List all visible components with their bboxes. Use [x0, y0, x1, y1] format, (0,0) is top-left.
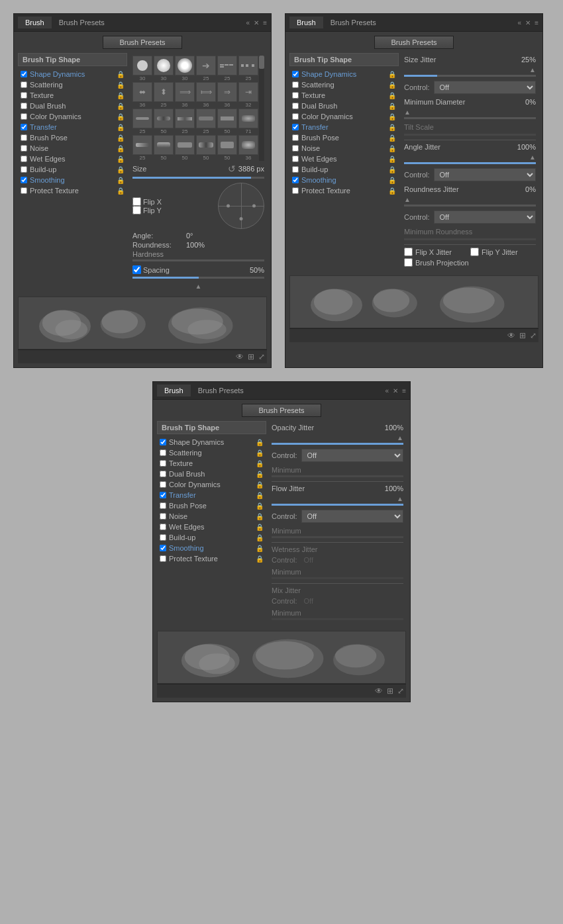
- flow-jitter-control-dropdown[interactable]: Off Fade Pen Pressure: [301, 510, 403, 523]
- cb-smoothing[interactable]: [21, 177, 27, 183]
- brush-tip-22[interactable]: [196, 135, 216, 155]
- cb-noise[interactable]: [21, 145, 27, 152]
- brush-tip-2[interactable]: [154, 56, 174, 75]
- p2-sidebar-brush-pose[interactable]: Brush Pose 🔒: [289, 132, 399, 143]
- angle-jitter-slider[interactable]: [404, 162, 536, 164]
- panel2-close-icon[interactable]: ✕: [525, 19, 531, 26]
- p3-cb-texture[interactable]: [160, 460, 166, 467]
- p2-sidebar-dual-brush[interactable]: Dual Brush 🔒: [289, 101, 399, 111]
- sidebar-item-noise[interactable]: Noise 🔒: [18, 143, 127, 154]
- panel3-collapse-icon[interactable]: «: [385, 387, 389, 394]
- panel1-menu-icon[interactable]: ≡: [263, 19, 267, 26]
- brush-tip-15[interactable]: [175, 109, 195, 128]
- panel1-close-icon[interactable]: ✕: [254, 19, 259, 26]
- cb-buildup[interactable]: [21, 166, 27, 173]
- hardness-slider[interactable]: [132, 259, 264, 261]
- brush-tip-10[interactable]: ⟾: [196, 82, 216, 102]
- brush-tip-1[interactable]: [132, 56, 152, 75]
- brush-tip-18[interactable]: [238, 109, 258, 128]
- p2-sidebar-noise[interactable]: Noise 🔒: [289, 143, 399, 154]
- flip-y-check[interactable]: Flip Y: [132, 206, 211, 214]
- tab-brush-presets-3[interactable]: Brush Presets: [191, 385, 251, 396]
- p3-preview-grid-icon[interactable]: ⊞: [387, 686, 393, 696]
- panel3-menu-icon[interactable]: ≡: [402, 387, 406, 394]
- p3-sidebar-color-dynamics[interactable]: Color Dynamics 🔒: [157, 479, 266, 490]
- brush-tip-12[interactable]: ⇥: [238, 82, 258, 102]
- p3-sidebar-shape-dynamics[interactable]: Shape Dynamics 🔒: [157, 437, 266, 447]
- angle-jitter-control-dropdown[interactable]: Off Fade Pen Pressure: [434, 168, 536, 181]
- sidebar-item-wet-edges[interactable]: Wet Edges 🔒: [18, 154, 127, 164]
- p3-cb-transfer[interactable]: [160, 492, 166, 498]
- brush-tip-6[interactable]: [238, 56, 258, 75]
- cb-flip-x-jitter[interactable]: [404, 248, 413, 256]
- brush-presets-btn-3[interactable]: Brush Presets: [242, 404, 321, 417]
- p3-sidebar-brush-pose[interactable]: Brush Pose 🔒: [157, 500, 266, 511]
- p3-sidebar-transfer[interactable]: Transfer 🔒: [157, 490, 266, 500]
- brush-tip-16[interactable]: [196, 109, 216, 128]
- cb-flip-y[interactable]: [132, 206, 141, 214]
- sidebar-item-buildup[interactable]: Build-up 🔒: [18, 164, 127, 175]
- brush-tip-4[interactable]: ➔: [196, 56, 216, 75]
- brush-tip-24[interactable]: [238, 135, 258, 155]
- brush-tip-19[interactable]: [132, 135, 152, 155]
- p3-cb-protect-texture[interactable]: [160, 555, 166, 562]
- p2-cb-brush-pose[interactable]: [292, 134, 299, 141]
- p3-preview-eye-icon[interactable]: 👁: [375, 686, 383, 696]
- p3-cb-scattering[interactable]: [160, 449, 166, 456]
- p3-sidebar-texture[interactable]: Texture 🔒: [157, 458, 266, 469]
- brush-tip-23[interactable]: [217, 135, 237, 155]
- p3-cb-smoothing[interactable]: [160, 545, 166, 551]
- brush-tip-17[interactable]: [217, 109, 237, 128]
- sidebar-item-smoothing[interactable]: Smoothing 🔒: [18, 175, 127, 185]
- cb-dual-brush[interactable]: [21, 103, 27, 109]
- brush-grid-scrollbar[interactable]: [259, 56, 264, 161]
- cb-brush-projection[interactable]: [404, 258, 413, 267]
- sidebar-item-dual-brush[interactable]: Dual Brush 🔒: [18, 101, 127, 111]
- cb-spacing[interactable]: [132, 265, 141, 274]
- p2-cb-protect-texture[interactable]: [292, 187, 299, 194]
- opacity-jitter-control-dropdown[interactable]: Off Fade Pen Pressure: [301, 449, 403, 462]
- brush-tip-3[interactable]: [175, 56, 195, 75]
- opacity-jitter-slider[interactable]: [272, 443, 403, 445]
- p2-sidebar-smoothing[interactable]: Smoothing 🔒: [289, 175, 399, 185]
- cb-texture[interactable]: [21, 92, 27, 99]
- p3-cb-noise[interactable]: [160, 513, 166, 520]
- brush-presets-btn-2[interactable]: Brush Presets: [374, 36, 454, 49]
- sidebar-item-transfer[interactable]: Transfer 🔒: [18, 122, 127, 132]
- size-jitter-slider[interactable]: [404, 75, 536, 77]
- brush-tip-8[interactable]: ⬍: [154, 82, 174, 102]
- p2-cb-color-dynamics[interactable]: [292, 113, 299, 120]
- preview-expand-icon[interactable]: ⤢: [258, 352, 265, 361]
- tab-brush[interactable]: Brush: [18, 17, 52, 28]
- p3-cb-color-dynamics[interactable]: [160, 481, 166, 488]
- sidebar-item-scattering[interactable]: Scattering 🔒: [18, 79, 127, 90]
- p2-sidebar-transfer[interactable]: Transfer 🔒: [289, 122, 399, 132]
- p2-cb-transfer[interactable]: [292, 124, 299, 130]
- preview-eye-icon[interactable]: 👁: [236, 352, 244, 361]
- p3-sidebar-wet-edges[interactable]: Wet Edges 🔒: [157, 522, 266, 532]
- cb-flip-y-jitter[interactable]: [470, 248, 479, 256]
- p2-cb-wet-edges[interactable]: [292, 156, 299, 162]
- p2-cb-buildup[interactable]: [292, 166, 299, 173]
- brush-tip-14[interactable]: [154, 109, 174, 128]
- tab-brush-presets-1[interactable]: Brush Presets: [52, 17, 112, 28]
- scrollbar-thumb[interactable]: [259, 56, 264, 69]
- sidebar-item-protect-texture[interactable]: Protect Texture 🔒: [18, 185, 127, 196]
- brush-tip-13[interactable]: [132, 109, 152, 128]
- p3-cb-wet-edges[interactable]: [160, 524, 166, 530]
- p3-cb-buildup[interactable]: [160, 534, 166, 541]
- p2-sidebar-texture[interactable]: Texture 🔒: [289, 90, 399, 101]
- panel2-collapse-icon[interactable]: «: [518, 19, 522, 26]
- p2-sidebar-protect-texture[interactable]: Protect Texture 🔒: [289, 185, 399, 196]
- p2-sidebar-wet-edges[interactable]: Wet Edges 🔒: [289, 154, 399, 164]
- brush-tip-5[interactable]: [217, 56, 237, 75]
- tab-brush-3[interactable]: Brush: [157, 385, 191, 396]
- tab-brush-2[interactable]: Brush: [289, 17, 323, 28]
- size-reset-icon[interactable]: ↺: [228, 163, 236, 174]
- brush-tip-7[interactable]: ⬌: [132, 82, 152, 102]
- cb-shape-dynamics[interactable]: [21, 71, 27, 77]
- cb-transfer[interactable]: [21, 124, 27, 130]
- p2-cb-dual-brush[interactable]: [292, 103, 299, 109]
- tab-brush-presets-2[interactable]: Brush Presets: [323, 17, 384, 28]
- size-slider[interactable]: [132, 177, 264, 179]
